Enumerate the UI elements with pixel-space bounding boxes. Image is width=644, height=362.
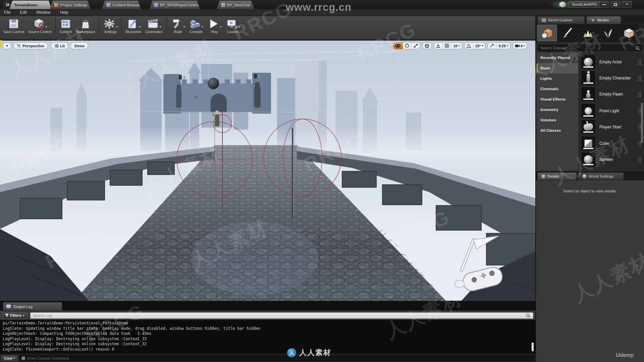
- cinematics-button[interactable]: ▾ Cinematics: [143, 17, 165, 35]
- grid-snap-value[interactable]: 10 ▾: [451, 43, 462, 49]
- content-button[interactable]: Content: [58, 17, 74, 35]
- grid-snap-toggle[interactable]: [443, 43, 451, 49]
- play-button[interactable]: ▾ Play: [205, 17, 224, 35]
- log-scrollbar[interactable]: [532, 343, 534, 351]
- camera-speed-button[interactable]: 4 ▾: [513, 43, 527, 49]
- mode-foliage-button[interactable]: [599, 25, 618, 41]
- filters-button[interactable]: Filters ▾: [2, 312, 28, 319]
- toolbar-separator: [55, 18, 56, 38]
- cmd-dropdown-button[interactable]: Cmd ▾: [1, 355, 17, 361]
- place-item-empty-actor[interactable]: Empty Actor: [582, 55, 641, 69]
- dropdown-caret-icon: ▾: [202, 25, 204, 28]
- search-log-input[interactable]: [33, 313, 526, 317]
- compile-button[interactable]: ▾ Compile: [187, 17, 206, 35]
- drag-grip-icon[interactable]: [638, 75, 641, 81]
- viewport-transform-toolbar: 10 ▾ 10° ▾ 0.25 ▾: [393, 42, 528, 49]
- show-flags-button[interactable]: Show: [70, 42, 88, 49]
- place-item-label: Cube: [599, 141, 638, 146]
- show-label: Show: [74, 44, 85, 48]
- caret-down-icon: ▼: [6, 44, 9, 48]
- scale-snap-toggle[interactable]: [488, 43, 496, 49]
- place-item-point-light[interactable]: Point Light: [582, 104, 641, 118]
- perspective-button[interactable]: Perspective: [13, 42, 48, 49]
- tab-modes[interactable]: Modes: [586, 16, 621, 24]
- place-panel-scrollbar[interactable]: [641, 103, 643, 143]
- rotation-snap-value[interactable]: 10° ▾: [473, 43, 485, 49]
- drag-grip-icon[interactable]: [638, 59, 641, 65]
- marketplace-button[interactable]: Marketplace: [74, 17, 97, 35]
- category-lights[interactable]: Lights: [537, 73, 578, 84]
- rotation-snap-toggle[interactable]: [465, 43, 473, 49]
- place-item-player-start[interactable]: Player Start: [582, 120, 641, 134]
- restore-button[interactable]: [610, 1, 621, 8]
- gizmo-group: [393, 42, 420, 49]
- doc-tab-bp-rpgplayercontroller[interactable]: BP_RPGPlayerController: [150, 1, 200, 9]
- category-basic[interactable]: Basic: [537, 63, 578, 73]
- source-control-button[interactable]: ▾ Source Control: [26, 17, 54, 35]
- category-all-classes[interactable]: All Classes: [537, 125, 578, 136]
- source-control-icon: [33, 18, 45, 29]
- mode-paint-button[interactable]: [558, 25, 577, 41]
- category-geometry[interactable]: Geometry: [537, 105, 578, 115]
- restore-icon: [614, 3, 617, 6]
- scale-tool-button[interactable]: [412, 43, 420, 49]
- minimize-button[interactable]: [599, 1, 609, 8]
- dropdown-caret-icon: ▾: [238, 25, 240, 28]
- drag-grip-icon[interactable]: [638, 157, 641, 162]
- save-current-button[interactable]: Save Current: [1, 17, 26, 35]
- blueprint-icon: [154, 3, 158, 7]
- doc-tab-bp-itemchat[interactable]: BP_ItemChat: [217, 1, 254, 9]
- doc-tab-content-browser[interactable]: Content Browser: [102, 1, 141, 9]
- surface-snap-button[interactable]: [434, 43, 443, 49]
- search-classes-input[interactable]: [540, 46, 635, 50]
- scale-snap-value[interactable]: 0.25 ▾: [496, 43, 510, 49]
- category-recently-placed[interactable]: Recently Placed: [537, 53, 578, 63]
- output-log-filter-bar: Filters ▾: [0, 311, 535, 320]
- doc-tab-project-settings[interactable]: Project Settings: [50, 1, 91, 9]
- category-visual-effects[interactable]: Visual Effects: [537, 94, 578, 105]
- npc-figures: [215, 111, 219, 127]
- scale-arrow-icon: [490, 44, 494, 48]
- tab-output-log[interactable]: Output Log: [3, 302, 62, 311]
- toolbar-separator: [166, 18, 167, 38]
- rotate-tool-button[interactable]: [403, 43, 412, 49]
- menu-edit[interactable]: Edit: [15, 9, 32, 16]
- menu-file[interactable]: File: [0, 9, 15, 16]
- place-item-empty-character[interactable]: Empty Character: [582, 71, 641, 85]
- mode-geometry-button[interactable]: [619, 25, 639, 41]
- toolbar-label: Source Control: [28, 30, 52, 34]
- tab-details[interactable]: Details: [537, 172, 577, 180]
- output-log-lines[interactable]: ps/TerrainDemo.TerrainDemo:PersistentLev…: [0, 320, 535, 353]
- viewport-options-button[interactable]: ▼: [3, 42, 11, 49]
- tab-world-settings[interactable]: World Settings: [578, 172, 624, 180]
- toolbar-label: Marketplace: [76, 30, 95, 34]
- mode-place-button[interactable]: [537, 25, 557, 41]
- mode-landscape-button[interactable]: [578, 25, 598, 41]
- black-sphere-prop: [208, 78, 219, 89]
- place-item-empty-pawn[interactable]: Empty Pawn: [582, 87, 641, 102]
- doc-tab-terraindemo[interactable]: TerrainDemo: [9, 1, 52, 9]
- lit-mode-button[interactable]: Lit: [51, 42, 68, 49]
- place-category-list: Recently Placed Basic Lights Cinematic V…: [537, 53, 578, 171]
- tab-world-outliner[interactable]: World Outliner: [537, 16, 585, 24]
- category-cinematic[interactable]: Cinematic: [537, 84, 578, 94]
- blueprints-button[interactable]: ▾ Blueprints: [123, 17, 143, 35]
- settings-button[interactable]: ▾ Settings: [101, 17, 120, 35]
- place-item-sphere[interactable]: Sphere: [582, 152, 641, 167]
- gamepad-possess-button[interactable]: [393, 43, 403, 49]
- doc-tab-label: BP_RPGPlayerController: [160, 3, 203, 7]
- rotation-snap-size: 10°: [475, 44, 481, 48]
- drag-grip-icon[interactable]: [638, 92, 641, 97]
- level-viewport[interactable]: ▼ Perspective Lit Show: [0, 40, 535, 301]
- place-item-cube[interactable]: Cube: [582, 136, 641, 151]
- menu-window[interactable]: Window: [32, 9, 55, 16]
- launch-button[interactable]: ▾ Launch: [224, 17, 242, 35]
- menu-help[interactable]: Help: [55, 9, 73, 16]
- build-button[interactable]: ▾ Build: [169, 17, 187, 35]
- settings-gear-icon: [103, 18, 115, 29]
- close-button[interactable]: ×: [622, 1, 632, 8]
- blueprints-icon: [126, 18, 139, 29]
- world-coordinate-button[interactable]: [423, 43, 431, 49]
- category-volumes[interactable]: Volumes: [537, 115, 578, 125]
- console-command-input[interactable]: [27, 356, 532, 360]
